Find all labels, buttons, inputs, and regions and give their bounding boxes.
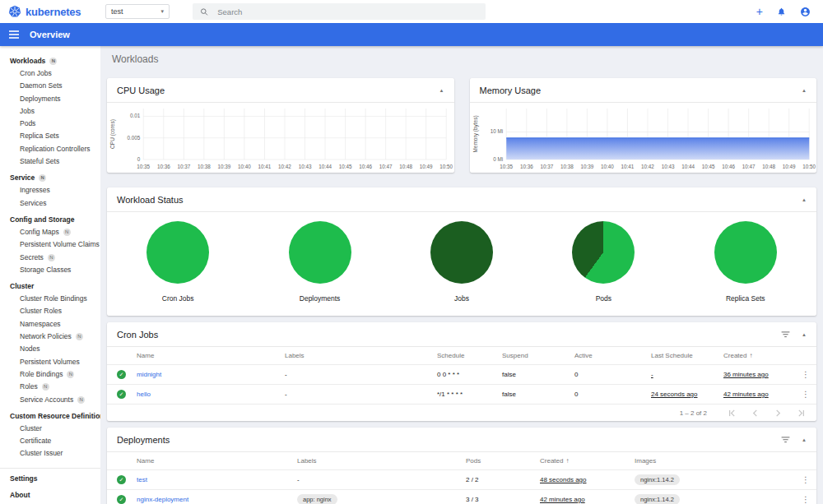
table-row: ✓midnight-0 0 * * *false0-36 minutes ago… bbox=[107, 365, 816, 385]
svg-text:10:46: 10:46 bbox=[722, 164, 735, 169]
collapse-arrow-icon[interactable]: ▲ bbox=[802, 88, 807, 93]
search-input[interactable] bbox=[216, 7, 478, 17]
column-header-pods: Pods bbox=[466, 457, 540, 465]
sidebar-item-nodes[interactable]: Nodes bbox=[0, 343, 100, 355]
resource-name-link[interactable]: test bbox=[137, 476, 147, 483]
sidebar-item-stateful-sets[interactable]: Stateful Sets bbox=[0, 155, 100, 168]
notifications-bell-icon[interactable] bbox=[777, 7, 786, 16]
previous-page-button[interactable] bbox=[751, 409, 759, 417]
sidebar-section-cluster[interactable]: Cluster bbox=[0, 280, 100, 293]
sidebar-item-label: Settings bbox=[10, 473, 38, 485]
memory-usage-card: Memory Usage ▲ 10:3510:3610:3710:3810:39… bbox=[470, 78, 817, 173]
sidebar-section-workloads[interactable]: WorkloadsN bbox=[0, 55, 100, 67]
sidebar-item-daemon-sets[interactable]: Daemon Sets bbox=[0, 80, 100, 92]
timestamp-value: 24 seconds ago bbox=[651, 391, 698, 398]
row-actions-menu-icon[interactable]: ⋮ bbox=[795, 390, 816, 399]
filter-icon[interactable] bbox=[781, 437, 790, 443]
svg-text:10:42: 10:42 bbox=[278, 164, 291, 169]
sidebar-item-services[interactable]: Services bbox=[0, 197, 100, 210]
search-bar[interactable] bbox=[193, 3, 486, 20]
sidebar-item-roles[interactable]: RolesN bbox=[0, 381, 100, 393]
page-title: Workloads bbox=[112, 53, 816, 65]
svg-text:10:36: 10:36 bbox=[157, 164, 170, 169]
sidebar-item-deployments[interactable]: Deployments bbox=[0, 93, 100, 105]
hamburger-menu-icon[interactable] bbox=[9, 30, 19, 39]
sidebar-item-cluster-roles[interactable]: Cluster Roles bbox=[0, 305, 100, 317]
collapse-arrow-icon[interactable]: ▲ bbox=[439, 88, 444, 93]
cron-jobs-pagination: 1 – 2 of 2 bbox=[107, 405, 816, 421]
user-account-icon[interactable] bbox=[800, 7, 811, 17]
image-chip: nginx:1.14.2 bbox=[635, 474, 680, 485]
row-actions-menu-icon[interactable]: ⋮ bbox=[795, 370, 816, 379]
cell-status: ✓ bbox=[107, 495, 137, 504]
svg-text:10:35: 10:35 bbox=[137, 164, 150, 169]
resource-name-link[interactable]: hello bbox=[137, 391, 151, 398]
workload-pie-pods: Pods bbox=[572, 221, 635, 303]
sidebar-section-label: Cluster bbox=[10, 280, 34, 293]
cell-status: ✓ bbox=[107, 475, 137, 484]
sort-ascending-icon[interactable]: ↑ bbox=[749, 352, 752, 359]
sidebar-item-replication-controllers[interactable]: Replication Controllers bbox=[0, 143, 100, 155]
cell-status: ✓ bbox=[107, 370, 137, 379]
cell-created: 42 minutes ago bbox=[540, 496, 635, 503]
last-page-button[interactable] bbox=[797, 409, 805, 417]
cell-suspend: false bbox=[502, 391, 574, 398]
sidebar-item-label: Service Accounts bbox=[20, 394, 73, 406]
column-header-label: Name bbox=[137, 457, 154, 465]
collapse-arrow-icon[interactable]: ▲ bbox=[802, 197, 807, 202]
sort-ascending-icon[interactable]: ↑ bbox=[565, 457, 569, 465]
sidebar-section-config-and-storage[interactable]: Config and Storage bbox=[0, 214, 100, 226]
new-badge: N bbox=[42, 383, 49, 391]
new-badge: N bbox=[76, 333, 83, 340]
workload-status-card: Workload Status ▲ Cron JobsDeploymentsJo… bbox=[107, 187, 816, 316]
namespace-selector[interactable]: test ▾ bbox=[105, 4, 170, 19]
timestamp-value: 36 minutes ago bbox=[723, 371, 769, 378]
row-actions-menu-icon[interactable]: ⋮ bbox=[795, 495, 816, 504]
cell-name: hello bbox=[137, 391, 285, 398]
sidebar-item-persistent-volumes[interactable]: Persistent Volumes bbox=[0, 356, 100, 368]
sidebar-item-cluster-role-bindings[interactable]: Cluster Role Bindings bbox=[0, 293, 100, 305]
cell-schedule: 0 0 * * * bbox=[437, 371, 502, 378]
sidebar-item-label: Cluster Issuer bbox=[20, 447, 63, 460]
sidebar-item-persistent-volume-claims[interactable]: Persistent Volume ClaimsN bbox=[0, 238, 100, 251]
filter-icon[interactable] bbox=[781, 331, 790, 338]
collapse-arrow-icon[interactable]: ▲ bbox=[802, 437, 807, 442]
row-actions-menu-icon[interactable]: ⋮ bbox=[795, 475, 816, 484]
sidebar-item-ingresses[interactable]: Ingresses bbox=[0, 184, 100, 197]
sidebar-item-certificate[interactable]: Certificate bbox=[0, 435, 100, 447]
sidebar-section-custom-resource-definitions[interactable]: Custom Resource Definitions bbox=[0, 410, 100, 423]
sidebar-item-secrets[interactable]: SecretsN bbox=[0, 252, 100, 264]
sidebar-item-config-maps[interactable]: Config MapsN bbox=[0, 226, 100, 238]
first-page-button[interactable] bbox=[728, 409, 736, 417]
sidebar-item-network-policies[interactable]: Network PoliciesN bbox=[0, 331, 100, 343]
sidebar-item-settings[interactable]: Settings bbox=[0, 473, 100, 485]
sidebar-item-cron-jobs[interactable]: Cron Jobs bbox=[0, 67, 100, 80]
sidebar-item-namespaces[interactable]: Namespaces bbox=[0, 318, 100, 331]
sidebar-item-pods[interactable]: Pods bbox=[0, 118, 100, 130]
pagination-controls bbox=[728, 409, 805, 417]
kubernetes-logo[interactable]: kubernetes bbox=[0, 5, 99, 18]
sidebar-item-jobs[interactable]: Jobs bbox=[0, 105, 100, 118]
sidebar-item-storage-classes[interactable]: Storage Classes bbox=[0, 264, 100, 276]
cell-labels: - bbox=[297, 476, 466, 483]
sidebar-item-role-bindings[interactable]: Role BindingsN bbox=[0, 368, 100, 381]
sidebar-item-about[interactable]: About bbox=[0, 489, 100, 502]
column-header-label: Suspend bbox=[502, 352, 528, 359]
sidebar-item-service-accounts[interactable]: Service AccountsN bbox=[0, 394, 100, 406]
sidebar-item-replica-sets[interactable]: Replica Sets bbox=[0, 130, 100, 142]
cell-menu: ⋮ bbox=[795, 475, 816, 484]
resource-name-link[interactable]: nginx-deployment bbox=[137, 496, 188, 503]
workload-status-card-header: Workload Status ▲ bbox=[107, 187, 816, 212]
sidebar-section-service[interactable]: ServiceN bbox=[0, 172, 100, 184]
collapse-arrow-icon[interactable]: ▲ bbox=[802, 332, 807, 337]
table-row: ✓hello-*/1 * * * *false024 seconds ago42… bbox=[107, 385, 816, 405]
next-page-button[interactable] bbox=[774, 409, 782, 417]
svg-text:10:47: 10:47 bbox=[742, 164, 755, 169]
column-header-name: Name bbox=[137, 352, 285, 359]
sidebar-item-cluster[interactable]: Cluster bbox=[0, 423, 100, 435]
resource-name-link[interactable]: midnight bbox=[137, 371, 161, 378]
sidebar-item-label: Replication Controllers bbox=[20, 143, 91, 155]
create-resource-button[interactable]: + bbox=[756, 6, 763, 17]
sidebar-item-cluster-issuer[interactable]: Cluster Issuer bbox=[0, 447, 100, 460]
timestamp-value: 42 minutes ago bbox=[540, 496, 585, 503]
